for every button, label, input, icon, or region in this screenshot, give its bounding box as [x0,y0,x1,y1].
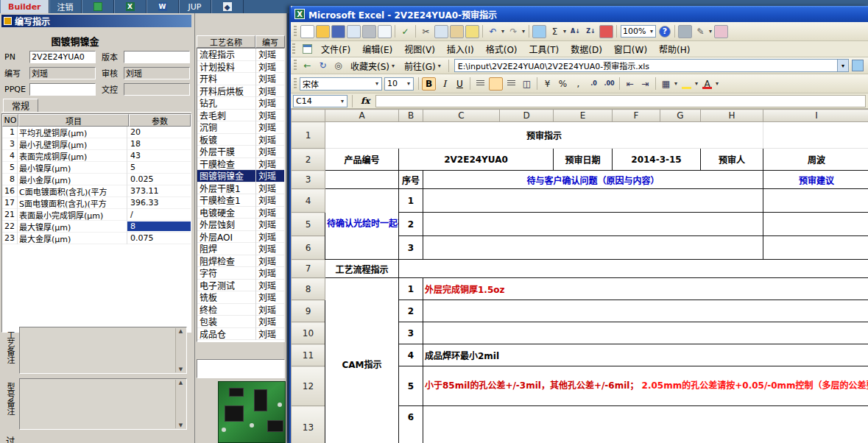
menu-item[interactable]: 编辑(E) [356,41,398,57]
cell[interactable] [763,189,868,213]
decrease-decimal-icon[interactable]: .00 [602,77,616,91]
row-header-10[interactable]: 10 [292,322,325,344]
toolbar-grip[interactable] [294,26,297,38]
question-header-cell[interactable]: 待与客户确认问题（原因与内容） [423,171,763,189]
row-header-3[interactable]: 3 [292,171,325,189]
process-header-cell[interactable]: 工艺流程指示 [325,260,399,278]
underline-icon[interactable]: U [453,77,467,91]
sort-descending-icon[interactable]: Z↓ [584,25,598,38]
cell[interactable] [763,122,868,149]
align-left-icon[interactable] [473,77,487,91]
cam-6-text-cell[interactable] [423,406,868,443]
align-center-icon[interactable] [489,77,503,91]
parameter-row[interactable]: 3最小孔壁铜厚(μm)18 [2,138,191,150]
column-header-g[interactable]: G [660,110,701,122]
col-header-param[interactable]: 参数 [129,114,191,127]
process-list-item[interactable]: 开料刘瑶 [197,73,284,85]
merge-center-icon[interactable]: ◫ [520,77,534,91]
cell[interactable] [423,236,763,260]
scroll-down-icon[interactable]: ▼ [179,422,183,428]
cam-2-text-cell[interactable] [423,300,868,322]
cam-label-cell[interactable]: CAM指示 [325,278,399,443]
ppqe-input[interactable] [29,83,96,96]
cam-4-no-cell[interactable]: 4 [399,344,423,366]
menu-item[interactable]: 插入(I) [441,41,480,57]
open-folder-icon[interactable] [316,25,330,38]
process-list-item[interactable]: 外层蚀刻刘瑶 [197,219,284,231]
excel-shortcut-icon[interactable]: X [114,0,147,13]
remark-scrollbar[interactable]: ▲▼ [175,380,186,428]
version-input[interactable] [124,51,190,63]
seq-3-cell[interactable]: 3 [399,236,423,260]
cell[interactable] [325,171,399,189]
col-header-item[interactable]: 项目 [18,114,129,127]
suggestion-header-cell[interactable]: 预审建议 [763,171,868,189]
eraser-icon[interactable] [714,25,728,38]
cam-6-no-cell[interactable]: 6 [399,406,423,443]
align-right-icon[interactable] [504,77,518,91]
toolbar-grip[interactable] [294,78,297,90]
refresh-icon[interactable]: ↻ [316,59,330,72]
menu-item[interactable]: 数据(D) [565,41,608,57]
row-header-6[interactable]: 6 [292,236,325,260]
remark-scrollbar[interactable]: ▲▼ [175,328,186,372]
sort-ascending-icon[interactable]: A↓ [568,25,582,38]
process-list-item[interactable]: 终检刘瑶 [197,304,284,316]
jup-menu[interactable]: JUP [179,0,211,13]
diamond-icon[interactable]: ◆ [211,0,244,13]
menu-item[interactable]: 帮助(H) [653,41,696,57]
process-list-item[interactable]: 阻焊刘瑶 [197,243,284,255]
redo-icon[interactable]: ↷ [507,25,521,38]
scroll-up-icon[interactable]: ▲ [179,380,183,386]
mail-icon[interactable] [347,25,361,38]
process-list-item[interactable]: 干膜检查刘瑶 [197,158,284,171]
name-box[interactable]: C14▾ [293,95,347,107]
process-list-item[interactable]: 沉铜刘瑶 [197,121,284,134]
process-list-item[interactable]: 字符刘瑶 [197,267,284,280]
process-list-item[interactable]: 外层干膜刘瑶 [197,146,284,158]
process-list-item[interactable]: 钻孔刘瑶 [197,97,284,110]
parameter-row[interactable]: 22最大镍厚(μm)8 [2,221,191,233]
row-header-8[interactable]: 8 [292,278,325,300]
writer-input[interactable] [29,67,96,79]
address-input[interactable] [454,59,838,72]
menu-item[interactable]: 窗口(W) [608,41,653,57]
row-header-7[interactable]: 7 [292,260,325,278]
col-header-process-name[interactable]: 工艺名称 [197,35,255,48]
row-header-5[interactable]: 5 [292,213,325,236]
parameter-row[interactable]: 21表面最小完成铜厚(μm)/ [2,209,191,221]
decrease-indent-icon[interactable]: ⇤ [623,77,637,91]
process-list-item[interactable]: 外层干膜1刘瑶 [197,182,284,195]
process-list-item[interactable]: 铣板刘瑶 [197,291,284,304]
row-header-2[interactable]: 2 [292,149,325,171]
address-dropdown[interactable]: ▾ [838,59,849,72]
cam-5-no-cell[interactable]: 5 [399,366,423,406]
font-name-combo[interactable]: 宋体▾ [300,77,382,91]
col-header-writer[interactable]: 编写 [255,35,285,48]
column-header-c[interactable]: C [423,110,500,122]
cam-5-text-cell[interactable]: 小于85mil的孔公差+/-3mil，其他孔公差+/-6mil； 2.05mm的… [423,366,868,406]
toolbar-grip[interactable] [294,60,297,71]
go-button-icon[interactable] [852,60,864,71]
logout-button[interactable]: 注销 [49,0,82,13]
column-header-h[interactable]: H [701,110,763,122]
row-header-12[interactable]: 12 [292,366,325,406]
seq-label-cell[interactable]: 序号 [399,171,423,189]
menu-item[interactable]: 工具(T) [523,41,565,57]
sheet-title-cell[interactable]: 预审指示 [325,122,763,149]
tab-general[interactable]: 常规 [3,99,38,113]
process-list-item[interactable]: 阻焊检查刘瑶 [197,255,284,268]
process-remark-box[interactable]: ▲▼ [19,327,187,374]
row-header-13[interactable]: 13 [292,406,325,443]
model-remark-box[interactable]: ▲▼ [19,378,187,430]
confirm-note-cell[interactable]: 待确认光绘时一起确认问题 [325,189,399,260]
currency-icon[interactable]: ¥ [540,77,554,91]
cell[interactable] [763,213,868,236]
column-header-e[interactable]: E [554,110,613,122]
insert-function-button[interactable]: fx [357,96,373,106]
process-list-item[interactable]: 开料后烘板刘瑶 [197,85,284,98]
pencil-icon[interactable]: ✎ [694,25,708,38]
cam-1-no-cell[interactable]: 1 [399,278,423,300]
column-header-d[interactable]: D [500,110,554,122]
menu-item[interactable]: 视图(V) [398,41,441,57]
